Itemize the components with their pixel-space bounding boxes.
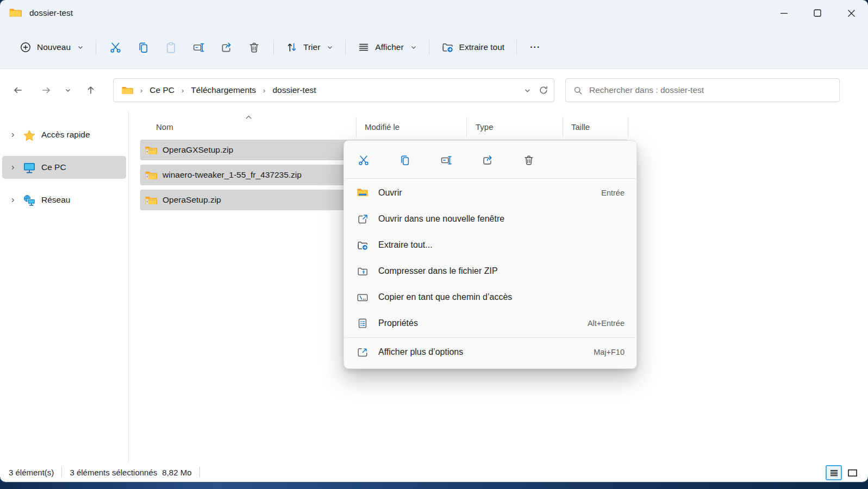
delete-button[interactable] bbox=[518, 149, 540, 171]
view-button[interactable]: Afficher bbox=[351, 36, 423, 59]
share-button[interactable] bbox=[477, 149, 498, 171]
toolbar-divider bbox=[345, 40, 346, 55]
toolbar-divider bbox=[429, 40, 429, 55]
cut-button[interactable] bbox=[102, 36, 129, 59]
breadcrumb-ce-pc[interactable]: Ce PC bbox=[146, 84, 178, 97]
zip-file-icon bbox=[145, 195, 157, 205]
new-button-label: Nouveau bbox=[37, 42, 71, 52]
new-button[interactable]: Nouveau bbox=[13, 36, 90, 59]
copy-button[interactable] bbox=[394, 149, 416, 171]
column-divider[interactable] bbox=[563, 117, 563, 137]
thumbnail-view-toggle[interactable] bbox=[844, 465, 860, 480]
maximize-button[interactable] bbox=[801, 0, 834, 26]
address-dropdown-icon[interactable] bbox=[524, 87, 531, 94]
minimize-button[interactable] bbox=[767, 0, 801, 26]
menu-item-compresser-zip[interactable]: Compresser dans le fichier ZIP bbox=[344, 258, 636, 284]
context-menu-icon-row bbox=[344, 143, 636, 177]
breadcrumb-dossier-test[interactable]: dossier-test bbox=[269, 84, 319, 97]
recent-locations-button[interactable] bbox=[59, 81, 77, 99]
monitor-icon bbox=[23, 162, 36, 173]
zip-file-icon bbox=[145, 170, 157, 180]
sidebar-item-ce-pc[interactable]: Ce PC bbox=[2, 156, 126, 179]
ellipsis-icon: ... bbox=[530, 40, 540, 50]
menu-shortcut: Maj+F10 bbox=[594, 348, 625, 356]
rename-icon bbox=[192, 41, 205, 54]
menu-item-extraire-tout[interactable]: Extraire tout... bbox=[344, 232, 636, 258]
column-header-type[interactable]: Type bbox=[476, 122, 494, 131]
sort-ascending-icon bbox=[245, 115, 252, 120]
up-button[interactable] bbox=[82, 81, 100, 99]
breadcrumb-chevron-icon: › bbox=[180, 86, 185, 95]
sort-button[interactable]: Trier bbox=[279, 36, 340, 59]
column-header-taille[interactable]: Taille bbox=[571, 122, 590, 131]
share-button[interactable] bbox=[213, 36, 240, 59]
folder-icon bbox=[9, 7, 22, 19]
sidebar-item-reseau[interactable]: Réseau bbox=[2, 189, 126, 211]
rename-button[interactable] bbox=[435, 149, 457, 171]
extract-icon bbox=[441, 41, 454, 54]
toolbar-divider bbox=[96, 40, 96, 55]
delete-button[interactable] bbox=[240, 36, 268, 59]
copy-icon bbox=[137, 41, 149, 54]
menu-item-label: Copier en tant que chemin d’accès bbox=[378, 292, 512, 302]
close-button[interactable] bbox=[834, 0, 868, 26]
circle-plus-icon bbox=[20, 41, 32, 53]
refresh-icon[interactable] bbox=[539, 85, 548, 95]
network-icon bbox=[23, 195, 36, 206]
item-count: 3 élément(s) bbox=[9, 468, 54, 477]
status-divider bbox=[199, 467, 200, 478]
menu-shortcut: Entrée bbox=[601, 189, 625, 197]
cut-icon bbox=[109, 41, 122, 54]
sidebar-item-label: Accès rapide bbox=[41, 130, 90, 140]
open-new-window-icon bbox=[357, 214, 369, 224]
column-divider[interactable] bbox=[466, 117, 467, 137]
selection-size: 8,82 Mo bbox=[162, 468, 191, 477]
forward-button[interactable] bbox=[37, 81, 55, 99]
command-toolbar: Nouveau Trier bbox=[0, 26, 868, 69]
column-divider[interactable] bbox=[628, 117, 628, 137]
menu-item-afficher-plus-options[interactable]: Afficher plus d’options Maj+F10 bbox=[344, 339, 636, 365]
folder-icon bbox=[121, 85, 133, 95]
chevron-right-icon[interactable] bbox=[2, 132, 23, 138]
chevron-down-icon bbox=[410, 44, 417, 51]
cut-button[interactable] bbox=[353, 149, 374, 171]
menu-item-proprietes[interactable]: Propriétés Alt+Entrée bbox=[344, 310, 636, 336]
column-header-nom[interactable]: Nom bbox=[156, 122, 173, 131]
details-view-toggle[interactable] bbox=[826, 465, 842, 480]
breadcrumb-telechargements[interactable]: Téléchargements bbox=[188, 84, 259, 97]
menu-item-copier-chemin[interactable]: Copier en tant que chemin d’accès bbox=[344, 284, 636, 310]
column-divider[interactable] bbox=[356, 117, 357, 137]
more-options-button[interactable]: ... bbox=[522, 37, 548, 58]
status-divider bbox=[61, 467, 62, 478]
properties-icon bbox=[357, 318, 369, 329]
paste-button[interactable] bbox=[157, 36, 185, 59]
menu-item-ouvrir-nouvelle-fenetre[interactable]: Ouvrir dans une nouvelle fenêtre bbox=[344, 206, 636, 232]
chevron-down-icon bbox=[327, 44, 333, 51]
search-box[interactable] bbox=[565, 78, 840, 102]
chevron-right-icon[interactable] bbox=[2, 197, 23, 203]
menu-item-label: Extraire tout... bbox=[378, 240, 433, 250]
sidebar-item-acces-rapide[interactable]: Accès rapide bbox=[2, 123, 126, 146]
address-bar[interactable]: › Ce PC › Téléchargements › dossier-test bbox=[113, 78, 554, 102]
search-input[interactable] bbox=[589, 85, 832, 95]
star-icon bbox=[23, 129, 36, 141]
extract-all-label: Extraire tout bbox=[459, 42, 505, 52]
rename-button[interactable] bbox=[185, 36, 213, 59]
menu-item-label: Propriétés bbox=[378, 318, 418, 328]
chevron-right-icon[interactable] bbox=[2, 165, 23, 171]
back-button[interactable] bbox=[9, 81, 27, 99]
extract-icon bbox=[357, 240, 369, 250]
copy-button[interactable] bbox=[129, 36, 157, 59]
chevron-down-icon bbox=[77, 44, 84, 51]
status-bar: 3 élément(s) 3 éléments sélectionnés 8,8… bbox=[0, 462, 868, 482]
extract-all-button[interactable]: Extraire tout bbox=[435, 36, 511, 59]
menu-item-label: Compresser dans le fichier ZIP bbox=[378, 266, 498, 276]
sidebar-item-label: Réseau bbox=[41, 195, 70, 205]
menu-item-ouvrir[interactable]: Ouvrir Entrée bbox=[344, 180, 636, 206]
breadcrumb-chevron-icon: › bbox=[139, 86, 144, 95]
column-header-modifie-le[interactable]: Modifié le bbox=[365, 122, 399, 131]
sort-icon bbox=[286, 41, 298, 53]
share-icon bbox=[220, 41, 233, 54]
sidebar-item-label: Ce PC bbox=[41, 162, 66, 172]
compress-zip-icon bbox=[357, 266, 369, 277]
